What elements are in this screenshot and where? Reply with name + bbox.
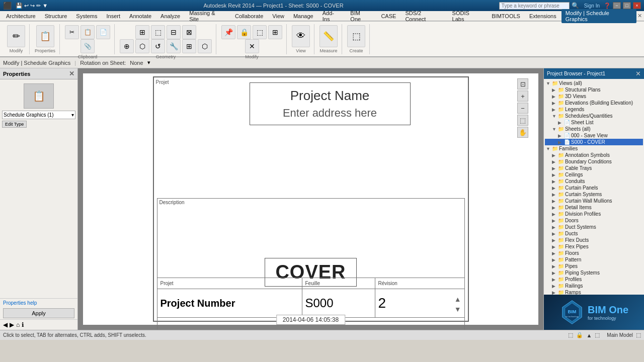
tree-item[interactable]: ▼ 📁 Sheets (all) (545, 126, 643, 132)
scale-icon[interactable]: ⬡ (198, 39, 212, 53)
tree-item[interactable]: ▶ 📁 Railings (545, 283, 643, 289)
copy-element-icon[interactable]: ⬡ (135, 39, 149, 53)
menu-addins[interactable]: Add-Ins (318, 9, 346, 23)
rotate-icon[interactable]: ↺ (151, 39, 165, 53)
tree-item[interactable]: ▶ 📁 Legends (545, 106, 643, 113)
status-icon-3[interactable]: ▲ (586, 332, 592, 338)
menu-massing[interactable]: Massing & Site (185, 9, 230, 23)
menu-modify-schedule[interactable]: Modify | Schedule Graphics (561, 9, 636, 23)
menu-structure[interactable]: Structure (41, 12, 71, 20)
tree-item[interactable]: ▼ 📁 Families (545, 145, 643, 152)
signin-btn[interactable]: Sign In (584, 3, 600, 9)
properties-icon[interactable]: 📋 (36, 25, 54, 47)
tree-item[interactable]: ▶ 📁 Division Profiles (545, 211, 643, 217)
paste-icon[interactable]: 📄 (96, 25, 110, 39)
nav-home-icon[interactable]: ⌂ (16, 321, 20, 328)
tree-item[interactable]: ▶ 📁 Conduits (545, 178, 643, 185)
tree-item[interactable]: ▶ 📁 Ramps (545, 289, 643, 295)
menu-annotate[interactable]: Annotate (125, 12, 155, 20)
join-icon[interactable]: ⊞ (268, 25, 282, 39)
tree-item[interactable]: ▶ 📄 S000 - COVER (545, 139, 643, 145)
tree-item[interactable]: ▶ 📁 Pipes (545, 263, 643, 269)
tree-item[interactable]: ▶ 📁 Profiles (545, 276, 643, 283)
menu-manage[interactable]: Manage (289, 12, 317, 20)
status-icon-2[interactable]: 🔒 (576, 332, 583, 338)
delete-icon[interactable]: ✕ (245, 39, 259, 53)
tree-item[interactable]: ▶ 📁 Boundary Conditions (545, 158, 643, 165)
menu-sds2[interactable]: SDS/2 Connect (401, 9, 447, 23)
match-icon[interactable]: 📎 (80, 39, 95, 53)
menu-insert[interactable]: Insert (103, 12, 125, 20)
project-number-value[interactable]: Project Number (157, 289, 302, 317)
revision-down-icon[interactable]: ▼ (454, 305, 461, 313)
create-icon[interactable]: ⬚ (347, 25, 365, 47)
tree-item[interactable]: ▶ 📁 Curtain Wall Mullions (545, 198, 643, 204)
menu-extensions[interactable]: Extensions (525, 12, 560, 20)
tree-item[interactable]: ▶ 📁 Annotation Symbols (545, 152, 643, 158)
rotation-dropdown-icon[interactable]: ▾ (147, 59, 150, 66)
tree-item[interactable]: ▶ 📁 Cable Trays (545, 165, 643, 171)
tree-item[interactable]: ▶ 📁 Curtain Panels (545, 185, 643, 191)
tree-item[interactable]: ▼ 📁 Schedules/Quantities (545, 113, 643, 119)
tree-item[interactable]: ▶ 📁 Elevations (Building Elevation) (545, 100, 643, 106)
menu-bimtools[interactable]: BIMTOOLS (488, 12, 524, 20)
nav-forward-icon[interactable]: ▶ (10, 321, 14, 328)
menu-bimone[interactable]: BIM One (346, 9, 376, 23)
zoom-in-icon[interactable]: + (517, 90, 528, 102)
tree-item[interactable]: ▶ 📁 Piping Systems (545, 269, 643, 276)
project-info-box[interactable]: Project Name Enter address here (250, 82, 411, 125)
menu-systems[interactable]: Systems (72, 12, 101, 20)
tree-item[interactable]: ▶ 📁 Ceilings (545, 171, 643, 178)
zoom-out-icon[interactable]: − (517, 103, 528, 114)
canvas-area[interactable]: Projet Project Name Enter address here D… (78, 68, 543, 330)
nav-back-icon[interactable]: ◀ (3, 321, 8, 328)
tree-item[interactable]: ▶ 📁 Structural Plans (545, 86, 643, 93)
lock-icon[interactable]: 🔒 (237, 25, 251, 39)
tree-item[interactable]: ▶ 📁 Pattern (545, 256, 643, 263)
tree-item[interactable]: ▶ 📄 Sheet List (545, 119, 643, 126)
search-icon[interactable]: 🔍 (572, 2, 579, 9)
group-icon[interactable]: ⬚ (253, 25, 267, 39)
project-browser-tree[interactable]: ▼ 📁 Views (all) ▶ 📁 Structural Plans ▶ 📁… (544, 79, 644, 295)
tree-item[interactable]: ▶ 📁 Flex Ducts (545, 237, 643, 243)
menu-sodis[interactable]: SODIS Labs (448, 9, 487, 23)
mirror-draw-icon[interactable]: ⊠ (182, 25, 196, 39)
tree-item[interactable]: ▶ 📄 000 - Save View (545, 132, 643, 139)
search-input[interactable] (499, 2, 570, 10)
pin-icon[interactable]: 📌 (221, 25, 235, 39)
tree-item[interactable]: ▶ 📁 Doors (545, 217, 643, 224)
tree-item[interactable]: ▶ 📁 Floors (545, 250, 643, 256)
tree-item[interactable]: ▶ 📁 Ducts (545, 230, 643, 237)
close-button[interactable]: × (633, 2, 641, 9)
nav-info-icon[interactable]: ℹ (22, 321, 24, 328)
tree-item[interactable]: ▼ 📁 Views (all) (545, 80, 643, 86)
browser-close-icon[interactable]: ✕ (635, 70, 641, 77)
restore-button[interactable]: □ (623, 2, 631, 9)
trim-icon[interactable]: 🔧 (167, 39, 181, 53)
tree-item[interactable]: ▶ 📁 Curtain Systems (545, 191, 643, 198)
apply-button[interactable]: Apply (3, 308, 74, 318)
tree-item[interactable]: ▶ 📁 Duct Systems (545, 224, 643, 230)
zoom-extent-icon[interactable]: ⊡ (517, 78, 528, 89)
modify-tool-icon[interactable]: ✏ (7, 25, 25, 47)
type-selector[interactable]: Schedule Graphics (1) ▾ (2, 111, 75, 119)
menu-collaborate[interactable]: Collaborate (231, 12, 267, 20)
view-icon[interactable]: 👁 (292, 25, 310, 47)
menu-analyze[interactable]: Analyze (156, 12, 184, 20)
close-tab-icon[interactable]: ✕ (637, 13, 642, 19)
edit-type-button[interactable]: Edit Type (2, 121, 27, 128)
help-icon[interactable]: ❓ (604, 3, 611, 9)
mirror-pick-icon[interactable]: ⊟ (167, 25, 181, 39)
properties-help-link[interactable]: Properties help (0, 298, 77, 307)
status-icon-4[interactable]: ⬚ (595, 332, 600, 338)
array-icon[interactable]: ⊞ (182, 39, 196, 53)
menu-architecture[interactable]: Architecture (2, 12, 40, 20)
revision-value[interactable]: 2 (378, 295, 454, 311)
offset-icon[interactable]: ⬚ (151, 25, 165, 39)
measure-icon[interactable]: 📏 (319, 25, 338, 47)
tree-item[interactable]: ▶ 📁 3D Views (545, 93, 643, 100)
pan-icon[interactable]: ✋ (517, 127, 528, 138)
menu-view[interactable]: View (268, 12, 288, 20)
minimize-button[interactable]: − (613, 2, 621, 9)
properties-close-icon[interactable]: ✕ (69, 70, 74, 77)
